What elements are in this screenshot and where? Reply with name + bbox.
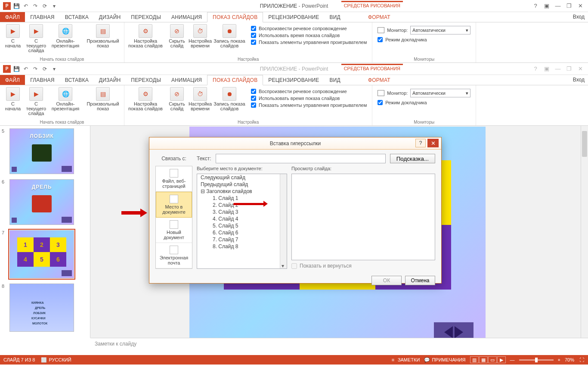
- arrow-right-icon[interactable]: [455, 326, 463, 338]
- redo-icon[interactable]: ↷: [31, 2, 40, 10]
- help-icon[interactable]: ?: [530, 2, 541, 10]
- repeat-icon[interactable]: ⟳: [40, 2, 49, 10]
- tab-view[interactable]: ВИД: [325, 75, 346, 85]
- tree-slide-3[interactable]: 3. Слайд 3: [197, 209, 287, 215]
- tree-slide-6[interactable]: 6. Слайд 6: [197, 229, 287, 236]
- tab-design[interactable]: ДИЗАЙН: [94, 75, 126, 85]
- tab-design[interactable]: ДИЗАЙН: [94, 12, 126, 22]
- btn-custom-show[interactable]: ▤Произвольныйпоказ: [84, 23, 122, 56]
- undo-icon[interactable]: ↶: [22, 2, 30, 10]
- language[interactable]: ⬜РУССКИЙ: [41, 357, 71, 363]
- repeat-icon[interactable]: ⟳: [40, 65, 49, 73]
- btn-hide-slide[interactable]: ⊘Скрытьслайд: [166, 86, 188, 119]
- tab-review[interactable]: РЕЦЕНЗИРОВАНИЕ: [263, 12, 324, 22]
- notes-pane[interactable]: Заметки к слайду: [90, 338, 588, 355]
- place-tree[interactable]: Следующий слайд Предыдущий слайд ⊟ Загол…: [197, 174, 287, 269]
- tree-heads[interactable]: ⊟ Заголовки слайдов: [197, 188, 287, 195]
- btn-record[interactable]: ⏺Запись показаслайдов: [212, 23, 247, 56]
- chk-presenter[interactable]: Режим докладчика: [378, 100, 470, 105]
- tree-next[interactable]: Следующий слайд: [197, 174, 287, 181]
- monitor-select[interactable]: Автоматически▾: [410, 26, 470, 34]
- restore-icon[interactable]: ❐: [564, 65, 574, 73]
- btn-from-current[interactable]: ▶С текущегослайда: [25, 86, 47, 119]
- tab-insert[interactable]: ВСТАВКА: [60, 75, 94, 85]
- chk-controls[interactable]: Показать элементы управления проигрывате…: [251, 103, 367, 108]
- tab-slideshow[interactable]: ПОКАЗ СЛАЙДОВ: [207, 75, 263, 85]
- tab-insert[interactable]: ВСТАВКА: [60, 12, 94, 22]
- zoom-plus[interactable]: +: [558, 357, 560, 362]
- save-icon[interactable]: 💾: [12, 2, 21, 10]
- tab-home[interactable]: ГЛАВНАЯ: [25, 12, 59, 22]
- link-to-new[interactable]: Новыйдокумент: [156, 218, 192, 243]
- btn-hide-slide[interactable]: ⊘Скрытьслайд: [166, 23, 188, 56]
- tab-animations[interactable]: АНИМАЦИЯ: [166, 75, 207, 85]
- ok-button[interactable]: ОК: [371, 276, 402, 285]
- scroll-thumb[interactable]: [582, 131, 587, 157]
- btn-from-start[interactable]: ▶Сначала: [2, 86, 24, 119]
- touch-icon[interactable]: ▾: [50, 2, 59, 10]
- cancel-button[interactable]: Отмена: [405, 276, 435, 285]
- minimize-icon[interactable]: —: [553, 65, 563, 73]
- btn-rehearse[interactable]: ⏱Настройкавремени: [189, 23, 211, 56]
- link-to-file[interactable]: Файл, веб-страницей: [156, 166, 192, 192]
- btn-from-start[interactable]: ▶Сначала: [2, 23, 24, 56]
- normal-view-icon[interactable]: ▥: [470, 356, 479, 363]
- chk-narration[interactable]: Воспроизвести речевое сопровождение: [251, 26, 367, 31]
- chk-timings[interactable]: Использовать время показа слайдов: [251, 96, 367, 101]
- tree-slide-4[interactable]: 4. Слайд 4: [197, 215, 287, 222]
- tab-transitions[interactable]: ПЕРЕХОДЫ: [126, 75, 166, 85]
- zoom-slider[interactable]: [519, 359, 554, 361]
- tab-animations[interactable]: АНИМАЦИЯ: [166, 12, 207, 22]
- chk-controls[interactable]: Показать элементы управления проигрывате…: [251, 40, 367, 45]
- text-input[interactable]: [216, 154, 386, 163]
- btn-custom-show[interactable]: ▤Произвольныйпоказ: [84, 86, 122, 119]
- reading-view-icon[interactable]: ▭: [488, 356, 497, 363]
- notes-toggle[interactable]: ≡ЗАМЕТКИ: [390, 357, 420, 363]
- undo-icon[interactable]: ↶: [22, 65, 30, 73]
- thumb-5[interactable]: ЛОБЗИК: [9, 128, 74, 174]
- zoom-value[interactable]: 70%: [565, 357, 574, 362]
- slideshow-view-icon[interactable]: ▶: [497, 356, 506, 363]
- fit-icon[interactable]: ⛶: [579, 357, 585, 363]
- slide-panel[interactable]: 5 ЛОБЗИК 6 ДРЕЛЬ 7 1 2 3: [0, 126, 90, 338]
- dialog-help-icon[interactable]: ?: [415, 139, 426, 147]
- chk-narration[interactable]: Воспроизвести речевое сопровождение: [251, 89, 367, 94]
- tree-slide-5[interactable]: 5. Слайд 5: [197, 222, 287, 229]
- ribbon-opts-icon[interactable]: ▣: [542, 2, 552, 10]
- tab-file[interactable]: ФАЙЛ: [0, 75, 25, 85]
- chk-timings[interactable]: Использовать время показа слайдов: [251, 33, 367, 38]
- screentip-button[interactable]: Подсказка...: [390, 154, 435, 163]
- help-icon[interactable]: ?: [530, 65, 541, 73]
- login-link[interactable]: Вход: [573, 14, 585, 20]
- tab-view[interactable]: ВИД: [325, 12, 346, 22]
- tab-transitions[interactable]: ПЕРЕХОДЫ: [126, 12, 166, 22]
- tab-home[interactable]: ГЛАВНАЯ: [25, 75, 59, 85]
- tab-format[interactable]: ФОРМАТ: [363, 12, 396, 22]
- redo-icon[interactable]: ↷: [31, 65, 40, 73]
- btn-rehearse[interactable]: ⏱Настройкавремени: [189, 86, 211, 119]
- ribbon-opts-icon[interactable]: ▣: [542, 65, 552, 73]
- btn-online-present[interactable]: 🌐Онлайн-презентация: [48, 86, 83, 119]
- dialog-title[interactable]: Вставка гиперссылки ? ✕: [149, 137, 441, 150]
- close-icon[interactable]: ✕: [575, 2, 585, 10]
- slide-nav[interactable]: [434, 322, 473, 338]
- btn-from-current[interactable]: ▶С текущегослайда: [25, 23, 47, 56]
- sorter-view-icon[interactable]: ▦: [479, 356, 488, 363]
- tab-file[interactable]: ФАЙЛ: [0, 12, 25, 22]
- thumb-8[interactable]: КИЯНКА ДРЕЛЬ ЛОБЗИК КУСАЧКИ МОЛОТОК: [9, 284, 74, 332]
- tree-scrollbar[interactable]: ▾: [280, 174, 287, 268]
- link-to-email[interactable]: Электроннаяпочта: [156, 243, 192, 268]
- vertical-scrollbar[interactable]: [581, 126, 588, 338]
- minimize-icon[interactable]: —: [553, 2, 563, 10]
- chk-presenter[interactable]: Режим докладчика: [378, 37, 470, 42]
- tab-review[interactable]: РЕЦЕНЗИРОВАНИЕ: [263, 75, 324, 85]
- btn-record[interactable]: ⏺Запись показаслайдов: [212, 86, 247, 119]
- close-icon[interactable]: ✕: [575, 65, 585, 73]
- arrow-left-icon[interactable]: [444, 326, 453, 338]
- link-to-place[interactable]: Место вдокументе: [156, 192, 192, 218]
- tree-slide-7[interactable]: 7. Слайд 7: [197, 236, 287, 243]
- btn-setup-show[interactable]: ⚙Настройкапоказа слайдов: [126, 86, 165, 119]
- dialog-close-icon[interactable]: ✕: [427, 139, 439, 147]
- tree-slide-8[interactable]: 8. Слайд 8: [197, 243, 287, 250]
- tab-slideshow[interactable]: ПОКАЗ СЛАЙДОВ: [207, 12, 263, 22]
